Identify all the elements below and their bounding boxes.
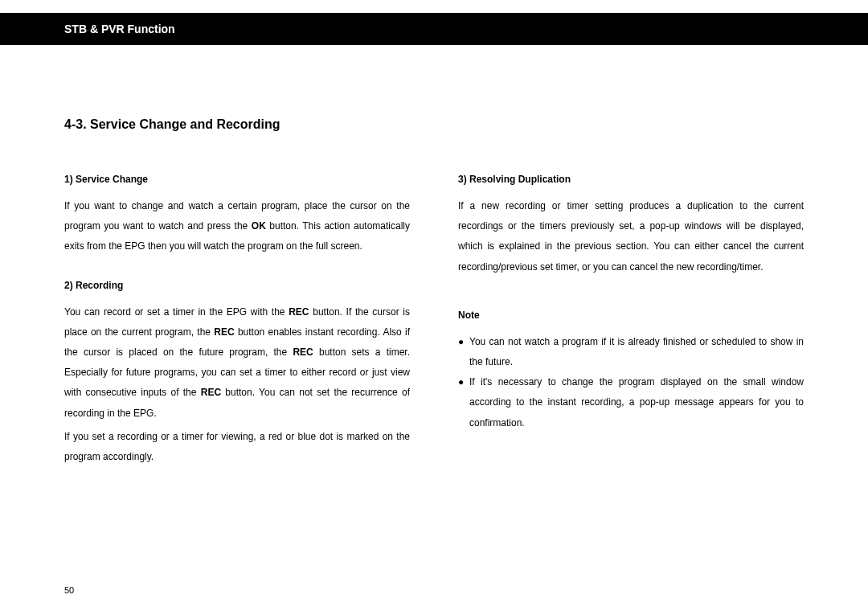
note-text: You can not watch a program if it is alr… [469,332,804,372]
para-resolving-duplication: If a new recording or timer setting prod… [458,196,804,277]
bullet-icon: ● [458,332,469,372]
note-item: ● If it's necessary to change the progra… [458,372,804,433]
bold-rec: REC [214,326,234,338]
subhead-note: Note [458,310,804,321]
left-column: 1) Service Change If you want to change … [64,170,410,490]
columns: 1) Service Change If you want to change … [64,170,804,490]
page: STB & PVR Function 4-3. Service Change a… [0,13,868,611]
para-recording-1: You can record or set a timer in the EPG… [64,302,410,424]
header-bar: STB & PVR Function [0,13,868,45]
section-title: 4-3. Service Change and Recording [64,117,804,132]
content-area: 4-3. Service Change and Recording 1) Ser… [0,45,868,490]
bold-rec: REC [293,347,313,358]
subhead-service-change: 1) Service Change [64,174,410,185]
bold-rec: REC [289,306,309,318]
bullet-icon: ● [458,372,469,433]
bold-rec: REC [201,387,221,398]
right-column: 3) Resolving Duplication If a new record… [458,170,804,490]
note-list: ● You can not watch a program if it is a… [458,332,804,433]
para-recording-2: If you set a recording or a timer for vi… [64,427,410,467]
text-run: You can record or set a timer in the EPG… [64,306,289,318]
note-item: ● You can not watch a program if it is a… [458,332,804,372]
subhead-resolving-duplication: 3) Resolving Duplication [458,174,804,185]
page-number: 50 [64,585,74,595]
para-service-change: If you want to change and watch a certai… [64,196,410,257]
header-title: STB & PVR Function [64,23,175,35]
subhead-recording: 2) Recording [64,280,410,291]
note-text: If it's necessary to change the program … [469,372,804,433]
bold-ok: OK [252,220,266,232]
